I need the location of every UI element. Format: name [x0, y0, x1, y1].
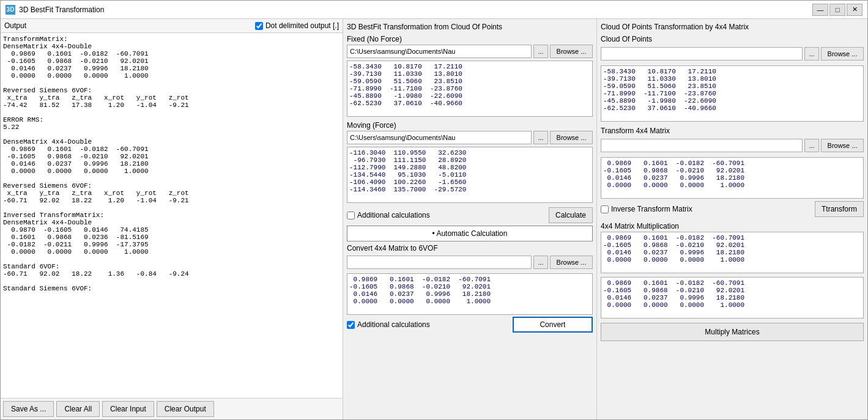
- cloud-left-col: Cloud Of Points ... Browse ... Transform…: [601, 35, 864, 217]
- fixed-file-row: ... Browse ...: [347, 45, 593, 58]
- additional-calc-row: Additional calculations: [347, 211, 430, 219]
- minimize-button[interactable]: —: [812, 4, 828, 16]
- window-controls: — □ ✕: [812, 4, 862, 16]
- app-icon: 3D: [6, 5, 15, 15]
- clear-output-button[interactable]: Clear Output: [157, 401, 214, 417]
- cloud-dots-button[interactable]: ...: [804, 47, 819, 61]
- convert-button[interactable]: Convert: [513, 317, 593, 333]
- convert-matrix-textarea[interactable]: [347, 273, 593, 315]
- dot-delimited-label: Dot delimited output [.]: [265, 21, 339, 30]
- right-panel: Cloud Of Points Transformation by 4x4 Ma…: [597, 19, 867, 419]
- dot-delimited-row: Dot delimited output [.]: [255, 21, 339, 30]
- moving-file-input[interactable]: [347, 131, 532, 144]
- moving-dots-button[interactable]: ...: [533, 131, 548, 144]
- output-header: Output Dot delimited output [.]: [1, 19, 343, 33]
- moving-data-textarea[interactable]: [347, 147, 593, 203]
- inverse-transform-label: Inverse Transform Matrix: [611, 205, 692, 213]
- moving-label: Moving (Force): [347, 121, 593, 130]
- transform-file-row: ... Browse ...: [601, 139, 864, 152]
- cloud-label: Cloud Of Points: [601, 35, 864, 43]
- moving-section: Moving (Force) ... Browse ...: [347, 121, 593, 205]
- fixed-dots-button[interactable]: ...: [533, 45, 548, 58]
- multiply-matrices-button[interactable]: Multiply Matrices: [601, 323, 864, 341]
- left-footer: Save As ... Clear All Clear Input Clear …: [1, 398, 343, 419]
- additional-calc-label: Additional calculations: [357, 211, 430, 219]
- additional-calc2-row: Additional calculations: [347, 320, 430, 329]
- fixed-label: Fixed (No Force): [347, 35, 593, 43]
- maximize-button[interactable]: □: [829, 4, 845, 16]
- window-title: 3D BestFit Transformation: [19, 6, 812, 14]
- transform-file-input[interactable]: [601, 139, 803, 152]
- convert-footer-row: Additional calculations Convert: [347, 317, 593, 333]
- clear-input-button[interactable]: Clear Input: [102, 401, 154, 417]
- output-label: Output: [4, 21, 255, 30]
- convert-file-row: ... Browse ...: [347, 256, 593, 269]
- save-as-button[interactable]: Save As ...: [3, 401, 54, 417]
- fixed-data-textarea[interactable]: [347, 61, 593, 117]
- convert-browse-button[interactable]: Browse ...: [550, 256, 593, 269]
- middle-panel: 3D BestFit Transformation from Cloud Of …: [343, 19, 597, 419]
- convert-section: Convert 4x4 Matrix to 6VOF ... Browse ..…: [347, 244, 593, 333]
- moving-browse-button[interactable]: Browse ...: [550, 131, 593, 144]
- dot-delimited-checkbox[interactable]: [255, 22, 263, 30]
- close-button[interactable]: ✕: [847, 4, 862, 16]
- matrix-mult-top-textarea[interactable]: [601, 232, 864, 273]
- transform-matrix-label: Transform 4x4 Matrix: [601, 127, 864, 135]
- fixed-browse-button[interactable]: Browse ...: [550, 45, 593, 58]
- main-window: 3D 3D BestFit Transformation — □ ✕ Outpu…: [0, 0, 868, 420]
- additional-calc2-checkbox[interactable]: [347, 321, 355, 329]
- additional-calc-checkbox[interactable]: [347, 212, 355, 219]
- main-content: Output Dot delimited output [.] Save As …: [1, 19, 867, 419]
- matrix-mult-section: 4x4 Matrix Multiplication Multiply Matri…: [601, 222, 864, 341]
- moving-file-row: ... Browse ...: [347, 131, 593, 144]
- bestfit-title: 3D BestFit Transformation from Cloud Of …: [347, 23, 593, 31]
- cloud-transform-row: Cloud Of Points ... Browse ... Transform…: [601, 35, 864, 217]
- cloud-transform-title: Cloud Of Points Transformation by 4x4 Ma…: [601, 23, 864, 31]
- convert-title: Convert 4x4 Matrix to 6VOF: [347, 244, 593, 252]
- fixed-file-input[interactable]: [347, 45, 532, 58]
- transform-dots-button[interactable]: ...: [804, 139, 819, 152]
- inverse-row: Inverse Transform Matrix Ttransform: [601, 201, 864, 217]
- automatic-calc-button[interactable]: • Automatic Calculation: [347, 226, 593, 241]
- transform-matrix-textarea[interactable]: [601, 157, 864, 199]
- calculate-button[interactable]: Calculate: [549, 207, 593, 223]
- cloud-file-row: ... Browse ...: [601, 47, 864, 61]
- clear-all-button[interactable]: Clear All: [56, 401, 100, 417]
- convert-file-input[interactable]: [347, 256, 532, 269]
- additional-calc2-label: Additional calculations: [357, 320, 430, 329]
- convert-dots-button[interactable]: ...: [533, 256, 548, 269]
- cloud-file-input[interactable]: [601, 47, 803, 61]
- title-bar: 3D 3D BestFit Transformation — □ ✕: [1, 1, 867, 19]
- fixed-section: Fixed (No Force) ... Browse ...: [347, 35, 593, 119]
- cloud-browse-button[interactable]: Browse ...: [821, 47, 864, 61]
- calculate-row: Additional calculations Calculate: [347, 207, 593, 223]
- output-textarea[interactable]: [1, 33, 343, 398]
- left-panel: Output Dot delimited output [.] Save As …: [1, 19, 343, 419]
- ttransform-button[interactable]: Ttransform: [815, 201, 864, 217]
- inverse-transform-checkbox[interactable]: [601, 205, 609, 213]
- matrix-mult-bottom-textarea[interactable]: [601, 277, 864, 319]
- matrix-mult-title: 4x4 Matrix Multiplication: [601, 222, 864, 230]
- cloud-data-textarea[interactable]: [601, 65, 864, 122]
- transform-browse-button[interactable]: Browse ...: [821, 139, 864, 152]
